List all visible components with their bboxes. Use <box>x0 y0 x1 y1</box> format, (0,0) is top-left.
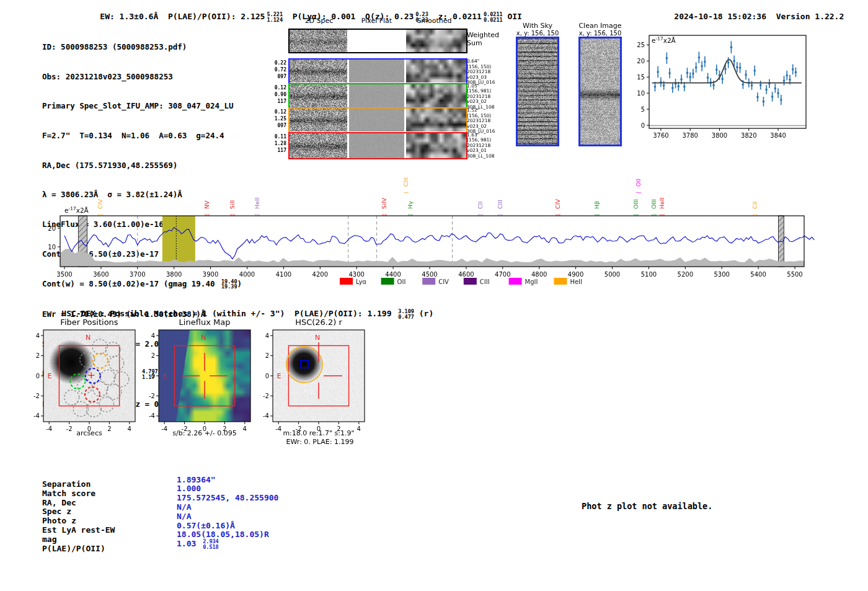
zoom-data-point <box>727 61 730 64</box>
zoom-data-point <box>721 78 724 81</box>
zoom-data-point <box>748 82 750 84</box>
spectrum-xtick-label: 4100 <box>276 271 291 278</box>
zoom-data-point <box>710 81 712 84</box>
zoom-ytick-label: 20 <box>637 58 645 64</box>
cutout-ytick: -4 <box>33 412 40 419</box>
zoom-data-point <box>719 74 721 76</box>
spectrum-xtick-label: 4600 <box>458 271 474 278</box>
zoom-data-point <box>765 89 768 91</box>
ew-value: EW: 1.3±0.6Å <box>100 12 158 21</box>
line-label-civ: CIV <box>554 199 561 209</box>
stamp-coords-0: x, y: 156, 150 <box>506 30 569 37</box>
match-row-value: 1.03 2.9340.518 <box>177 539 219 550</box>
spectrum-xtick-label: 4500 <box>422 271 437 278</box>
legend-swatch-lyα <box>340 278 353 285</box>
spec2d-row-right-label: 0.64"(156, 150)20231218v023_03308_LU_016 <box>467 59 495 86</box>
spec2d-smoothed-panel <box>406 60 466 82</box>
spec2d-row-left-label: 0.111.28117 <box>270 133 286 154</box>
match-row-label: Spec z <box>42 507 71 516</box>
spectrum-xtick-label: 4900 <box>568 271 583 278</box>
cutout-ytick: 0 <box>265 373 269 380</box>
zoom-data-point <box>739 66 742 69</box>
zoom-data-point <box>683 86 686 88</box>
zoom-data-point <box>768 82 771 85</box>
spec2d-pixelflat-panel <box>349 109 404 131</box>
spec2d-weighted-sum-label: WeightedSum <box>467 31 499 47</box>
zoom-data-point <box>745 74 747 76</box>
legend-swatch-mgii <box>509 278 522 285</box>
legend-label-oii: OII <box>397 278 406 285</box>
zoom-data-point <box>792 68 794 71</box>
cutout-ytick: 2 <box>36 352 40 359</box>
cutout-ytick: 2 <box>265 352 269 359</box>
legend-swatch-civ <box>422 278 435 285</box>
zoom-data-point <box>760 84 762 86</box>
lineflux-line: LineFlux = 3.60(±1.00)e-16 <box>42 220 242 229</box>
hsc-match-header: HSC-DEX : Possible Matches = 1 (within +… <box>42 300 433 329</box>
legend-label-lyα: Lyα <box>356 278 367 285</box>
match-row-label: Est LyA rest-EW <box>42 525 115 535</box>
spec2d-smoothed-panel <box>406 133 466 158</box>
cutout-xtick: 4 <box>243 425 247 432</box>
zoom-data-point <box>742 83 745 86</box>
line-label-bracket: ( <box>556 214 561 216</box>
zoom-plot-frame <box>649 35 806 128</box>
zoom-ytick-label: 25 <box>637 42 645 48</box>
cutout-xtick: -4 <box>275 425 281 432</box>
zoom-data-point <box>695 66 698 69</box>
line-label-ciii: CIII <box>497 200 503 209</box>
spec2d-2dspec-panel <box>290 60 347 82</box>
version: Version 1.22.2 <box>776 12 844 21</box>
zoom-data-point <box>733 60 735 63</box>
match-row-value: 1.000 <box>177 484 201 493</box>
zoom-data-point <box>724 68 727 71</box>
spectrum-xtick-label: 5500 <box>787 271 802 278</box>
zoom-data-point <box>701 65 703 68</box>
line-label-bracket: ( <box>404 192 409 193</box>
spec2d-row-3 <box>288 107 467 133</box>
line-label-bracket: ( <box>498 214 503 216</box>
zoom-ytick-label: 5 <box>641 106 645 113</box>
legend-label-heii: HeII <box>570 278 582 285</box>
spec2d-2dspec-panel <box>290 84 347 107</box>
spec2d-row-right-label: 1.63"(156, 981)20231218v023_01308_LL_108 <box>467 133 495 159</box>
line-label-oiii: OIII <box>632 199 639 209</box>
cutout-xtick: 0 <box>317 425 321 432</box>
zoom-ytick-label: 15 <box>637 74 645 81</box>
match-row-label: RA, Dec <box>42 498 76 507</box>
spec2d-2dspec-panel <box>290 133 347 158</box>
spec2d-row-right-label: 1.52"(156, 150)20231218v023_02308_LU_016 <box>467 108 495 135</box>
zoom-data-point <box>771 96 774 98</box>
match-row-value: 0.57(±0.16)Å <box>177 521 235 530</box>
cutout-ytick: -4 <box>263 412 269 419</box>
zoom-data-point <box>707 77 709 79</box>
z-frac: 0.02110.0211 <box>484 12 503 23</box>
zoom-data-point <box>663 84 665 87</box>
line-label-siiv: SiIV <box>381 198 388 209</box>
line-label-oiii: OIII <box>650 199 657 209</box>
spec2d-pixelflat-panel <box>349 84 404 107</box>
zoom-data-point <box>668 72 671 74</box>
masked-band <box>778 216 784 267</box>
cutout-ytick: 4 <box>36 332 40 339</box>
contn-line: Cont(n) = 6.50(±0.23)e-17 <box>42 249 242 259</box>
zoom-data-point <box>712 84 715 86</box>
spec2d-pixelflat-panel <box>349 30 404 52</box>
spec2d-title-pixelflat: Pixel Flat <box>347 17 406 25</box>
cutout-ytick: 4 <box>265 332 269 339</box>
spec2d-title-2dspec: 2D Spec <box>290 17 348 25</box>
zoom-xtick-label: 3780 <box>682 132 698 139</box>
spec2d-smoothed-panel <box>406 30 466 52</box>
zoom-data-point <box>789 79 791 81</box>
line-label-bracket: ( <box>652 214 657 216</box>
stamp-title-1: Clean Image <box>569 22 632 30</box>
legend-label-civ: CIV <box>438 278 449 285</box>
line-label-bracket: ( <box>478 214 484 216</box>
lineflux-map-image <box>159 330 250 422</box>
spec2d-row-right-label: 1.05"(156, 981)20231218v023_02308_LL_108 <box>467 84 495 110</box>
match-row-label: P(LAE)/P(OII) <box>42 544 105 553</box>
photz-note: Phot z plot not available. <box>582 501 712 511</box>
zoom-data-point <box>671 87 674 89</box>
spec2d-pixelflat-panel <box>349 60 404 82</box>
stamp-coords-1: x, y: 156, 150 <box>569 30 632 37</box>
